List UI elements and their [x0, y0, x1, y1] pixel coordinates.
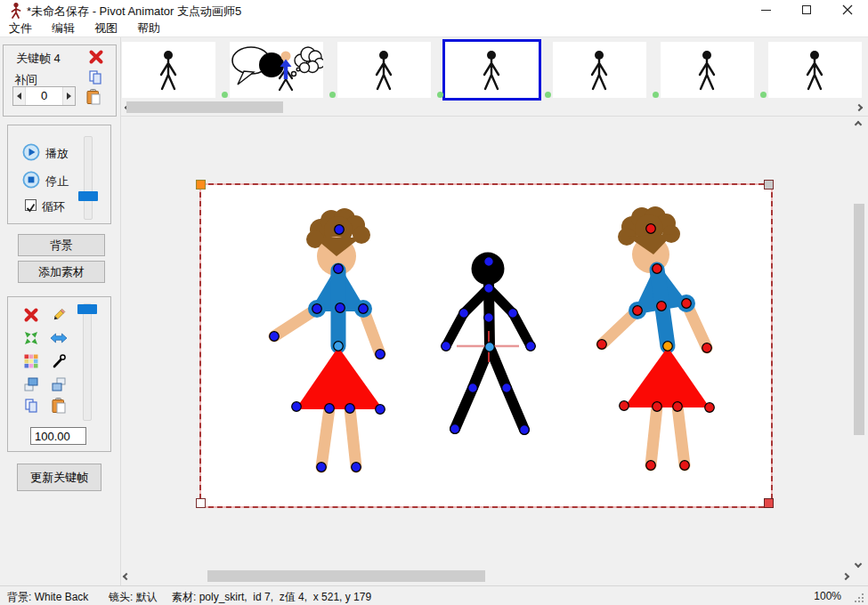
girl-sprite-right-selected[interactable] — [597, 206, 715, 470]
legs[interactable] — [321, 408, 356, 467]
horizontal-scroll-right-button[interactable] — [840, 570, 852, 583]
paste-sprite-button[interactable] — [50, 397, 68, 415]
chevron-right-icon — [842, 573, 849, 580]
close-button[interactable] — [827, 0, 868, 20]
play-icon — [22, 143, 40, 161]
zoom-level: 100% — [814, 590, 841, 602]
frame-marker-dot — [760, 92, 767, 98]
film-frame-3[interactable] — [337, 42, 431, 98]
pivot-animator-window: *未命名保存 - Pivot Animator 支点动画师5 文件 编辑 视图 … — [0, 0, 868, 605]
chevron-left-icon — [123, 573, 130, 580]
film-frame-6[interactable] — [661, 42, 754, 98]
origin-joint — [334, 342, 344, 351]
center-arrows-icon — [23, 330, 39, 346]
flip-horizontal-icon — [50, 329, 68, 347]
delete-sprite-button[interactable] — [22, 306, 40, 324]
speech-scene-thumbnail — [230, 42, 323, 98]
vertical-scroll-up-button[interactable] — [852, 118, 864, 131]
lower-layer-button[interactable] — [50, 375, 68, 393]
vertical-scroll-down-button[interactable] — [852, 558, 864, 570]
girl-sprite-left[interactable] — [270, 208, 385, 472]
status-sprite: 素材: poly_skirt, id 7, z值 4, x 521, y 179 — [172, 590, 371, 605]
minimize-button[interactable] — [745, 0, 786, 20]
loop-checkbox[interactable] — [25, 199, 37, 211]
filmstrip-scroll-thumb[interactable] — [126, 101, 283, 113]
pencil-icon — [50, 306, 68, 324]
stop-button[interactable] — [22, 171, 40, 189]
stop-icon — [22, 171, 40, 189]
menu-file[interactable]: 文件 — [2, 19, 39, 38]
minimize-icon — [761, 10, 771, 11]
flip-sprite-button[interactable] — [50, 329, 68, 347]
legs[interactable] — [651, 407, 685, 465]
joints[interactable] — [442, 257, 536, 435]
red-skirt[interactable] — [296, 347, 383, 409]
play-button[interactable] — [22, 143, 40, 161]
film-frame-2[interactable] — [230, 42, 323, 98]
segment-tool-button[interactable] — [50, 352, 68, 370]
chevron-down-icon — [855, 561, 862, 568]
paste-frame-button[interactable] — [85, 88, 102, 106]
scale-slider-handle[interactable] — [77, 304, 97, 314]
film-frame-7[interactable] — [768, 42, 862, 98]
delete-x-icon — [88, 49, 104, 65]
horizontal-scroll-left-button[interactable] — [120, 570, 133, 583]
menu-edit[interactable]: 编辑 — [45, 19, 82, 38]
stick-figure-thumbnail — [445, 42, 539, 98]
raise-layer-icon — [22, 375, 40, 393]
paste-icon — [50, 397, 68, 415]
origin-joint — [485, 343, 495, 352]
film-frame-5[interactable] — [553, 42, 646, 98]
title-bar: *未命名保存 - Pivot Animator 支点动画师5 — [0, 0, 868, 20]
scale-input[interactable] — [30, 427, 86, 445]
maximize-icon — [802, 5, 811, 14]
color-sprite-button[interactable] — [22, 352, 40, 370]
tween-decrement-button[interactable] — [13, 87, 25, 105]
red-skirt[interactable] — [624, 347, 710, 407]
speed-slider-track[interactable] — [84, 136, 93, 220]
filmstrip-scroll-right-button[interactable] — [853, 101, 865, 114]
speed-slider-handle[interactable] — [78, 191, 98, 201]
tween-increment-button[interactable] — [63, 87, 75, 105]
scale-slider-track[interactable] — [83, 303, 92, 421]
background-button[interactable]: 背景 — [18, 234, 105, 256]
menu-view[interactable]: 视图 — [87, 19, 125, 38]
film-frame-4-selected[interactable] — [445, 42, 539, 98]
status-bar: 背景: White Back 镜头: 默认 素材: poly_skirt, id… — [0, 585, 868, 605]
tween-spinner: 0 — [12, 86, 76, 106]
sidebar-divider — [120, 37, 121, 585]
maximize-button[interactable] — [786, 0, 827, 20]
app-icon — [8, 2, 24, 19]
tween-value[interactable]: 0 — [25, 87, 63, 105]
edit-sprite-button[interactable] — [50, 306, 68, 324]
add-sprite-button[interactable]: 添加素材 — [18, 261, 105, 283]
raise-layer-button[interactable] — [22, 375, 40, 393]
status-camera: 镜头: 默认 — [109, 590, 158, 605]
vertical-scroll-thumb[interactable] — [854, 204, 864, 435]
window-title: *未命名保存 - Pivot Animator 支点动画师5 — [27, 4, 241, 20]
horizontal-scroll-thumb[interactable] — [207, 570, 485, 582]
canvas-figures — [201, 185, 771, 506]
update-keyframe-button[interactable]: 更新关键帧 — [17, 464, 101, 491]
film-frame-1[interactable] — [122, 42, 215, 98]
menu-help[interactable]: 帮助 — [130, 19, 167, 38]
center-sprite-button[interactable] — [22, 329, 40, 347]
color-palette-icon — [23, 353, 39, 369]
keyframe-group: 关键帧 4 补间 0 — [3, 44, 117, 117]
copy-frame-button[interactable] — [86, 69, 104, 86]
stick-figure-center[interactable] — [442, 253, 536, 435]
resize-grip[interactable] — [854, 593, 864, 603]
keyframe-label: 关键帧 4 — [16, 51, 61, 67]
stick-figure-thumbnail — [768, 42, 862, 98]
copy-icon — [23, 398, 39, 414]
copy-sprite-button[interactable] — [22, 397, 40, 415]
status-background: 背景: White Back — [7, 590, 88, 605]
origin-joint — [663, 342, 673, 351]
lower-layer-icon — [50, 375, 68, 393]
frame-marker-dot — [653, 92, 659, 98]
check-icon — [26, 203, 36, 213]
delete-x-icon — [23, 307, 39, 323]
close-icon — [842, 4, 853, 15]
delete-frame-button[interactable] — [87, 48, 105, 66]
stick-figure-thumbnail — [337, 42, 431, 98]
